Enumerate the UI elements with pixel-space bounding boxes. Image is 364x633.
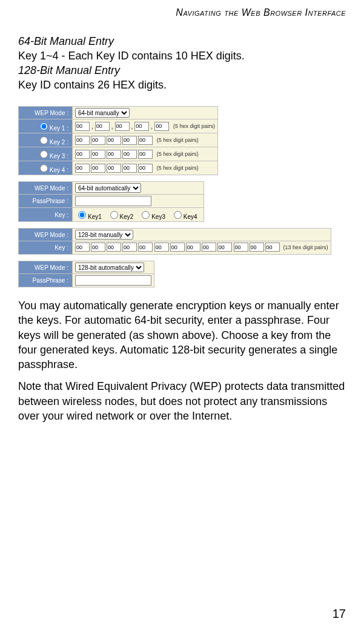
body-paragraph-2: Note that Wired Equivalent Privacy (WEP)… (18, 379, 346, 423)
key2-hex-4[interactable] (122, 136, 137, 145)
key1-hex-2[interactable] (95, 122, 110, 131)
key3-hex-4[interactable] (122, 150, 137, 159)
section-64bit-body: Key 1~4 - Each Key ID contains 10 HEX di… (18, 49, 346, 63)
auto-key2-radio[interactable] (110, 211, 118, 219)
key4-hex-1[interactable] (75, 164, 90, 173)
k128-hex[interactable] (234, 243, 248, 252)
wep-mode-label: WEP Mode : (19, 107, 73, 119)
key2-hex-3[interactable] (107, 136, 121, 145)
key3-hex-2[interactable] (91, 150, 105, 159)
key1-hex-5[interactable] (154, 122, 169, 131)
running-header: Navigating the Web Browser Interface (18, 7, 346, 18)
section-64bit-title: 64-Bit Manual Entry (18, 35, 346, 48)
wep-mode-label: WEP Mode : (19, 182, 73, 195)
key1-hex-4[interactable] (134, 122, 149, 131)
wep-64-manual-table: WEP Mode : 64-bit manually Key 1 : , , ,… (18, 106, 218, 175)
wep-128-auto-table: WEP Mode : 128-bit automatically PassPhr… (18, 261, 154, 287)
hex-note: (5 hex digit pairs) (157, 151, 199, 157)
key4-label: Key 4 : (50, 167, 68, 173)
key4-hex-2[interactable] (91, 164, 105, 173)
key2-hex-5[interactable] (138, 136, 153, 145)
key1-hex-1[interactable] (75, 122, 90, 131)
hex-note: (5 hex digit pairs) (173, 123, 215, 129)
key3-label: Key 3 : (50, 153, 68, 159)
hex-note: (13 hex digit pairs) (283, 244, 328, 250)
section-128bit-title: 128-Bit Manual Entry (18, 64, 346, 77)
key3-hex-3[interactable] (107, 150, 121, 159)
k128-hex[interactable] (107, 243, 121, 252)
passphrase-label: PassPhrase : (19, 274, 73, 287)
k128-hex[interactable] (202, 243, 216, 252)
k128-hex[interactable] (154, 243, 169, 252)
k128-hex[interactable] (186, 243, 200, 252)
key2-radio[interactable] (40, 136, 48, 144)
wep-64-auto-table: WEP Mode : 64-bit automatically PassPhra… (18, 181, 204, 222)
wep-mode-label: WEP Mode : (19, 229, 73, 241)
k128-hex[interactable] (75, 243, 90, 252)
auto-key3-radio[interactable] (142, 211, 150, 219)
page-number: 17 (333, 607, 346, 621)
key1-label: Key 1 : (50, 125, 68, 132)
key2-hex-2[interactable] (91, 136, 105, 145)
hex-note: (5 hex digit pairs) (157, 137, 199, 143)
wep-128-manual-table: WEP Mode : 128-bit manually Key : (18, 228, 331, 255)
passphrase-label: PassPhrase : (19, 195, 73, 208)
section-128bit-body: Key ID contains 26 HEX digits. (18, 78, 346, 92)
key-label: Key : (19, 241, 73, 255)
key1-hex-3[interactable] (115, 122, 130, 131)
k128-hex[interactable] (122, 243, 137, 252)
k128-hex[interactable] (170, 243, 185, 252)
key4-hex-5[interactable] (138, 164, 153, 173)
key-label: Key : (19, 208, 73, 222)
wep-mode-select[interactable]: 64-bit automatically (75, 183, 141, 193)
passphrase-input[interactable] (75, 196, 151, 206)
key3-hex-1[interactable] (75, 150, 90, 159)
k128-hex[interactable] (138, 243, 153, 252)
key4-hex-4[interactable] (122, 164, 137, 173)
k128-hex[interactable] (217, 243, 232, 252)
k128-hex[interactable] (250, 243, 264, 252)
key2-label: Key 2 : (50, 139, 68, 146)
auto-key4-radio[interactable] (174, 211, 182, 219)
key1-radio[interactable] (40, 122, 48, 130)
key4-radio[interactable] (40, 164, 48, 172)
passphrase-input[interactable] (75, 275, 151, 286)
wep-mode-label: WEP Mode : (19, 261, 73, 274)
body-paragraph-1: You may automatically generate encryptio… (18, 298, 346, 372)
wep-mode-select[interactable]: 128-bit automatically (75, 263, 144, 272)
auto-key1-radio[interactable] (78, 211, 86, 219)
k128-hex[interactable] (91, 243, 105, 252)
k128-hex[interactable] (265, 243, 280, 252)
key4-hex-3[interactable] (107, 164, 121, 173)
key3-hex-5[interactable] (138, 150, 153, 159)
wep-mode-select[interactable]: 128-bit manually (75, 230, 133, 239)
key3-radio[interactable] (40, 150, 48, 158)
key2-hex-1[interactable] (75, 136, 90, 145)
wep-mode-select[interactable]: 64-bit manually (75, 108, 130, 118)
hex-note: (5 hex digit pairs) (157, 165, 199, 171)
